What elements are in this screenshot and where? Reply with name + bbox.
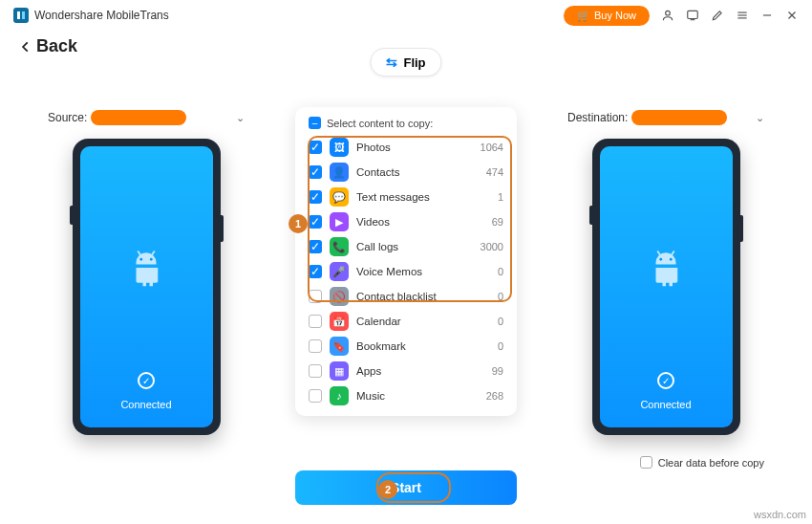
- content-checkbox[interactable]: ✓: [309, 165, 322, 179]
- content-item[interactable]: 📅Calendar0: [309, 309, 511, 334]
- content-item-count: 1064: [481, 142, 511, 153]
- content-type-icon: 🚫: [330, 287, 349, 306]
- flip-button[interactable]: ⇆ Flip: [370, 48, 441, 76]
- content-item-label: Voice Memos: [356, 266, 490, 277]
- source-device-column: Source: ⌄ ✓ Connected: [46, 110, 246, 435]
- watermark: wsxdn.com: [754, 509, 806, 520]
- content-item[interactable]: ♪Music268: [309, 383, 511, 408]
- svg-rect-3: [688, 11, 698, 18]
- checkmark-icon: ✓: [657, 372, 674, 389]
- content-item-label: Bookmark: [356, 340, 490, 352]
- content-item[interactable]: ✓🎤Voice Memos0: [309, 259, 511, 284]
- clear-data-label: Clear data before copy: [658, 457, 764, 469]
- destination-device-name: [631, 110, 727, 125]
- buy-now-label: Buy Now: [594, 10, 636, 21]
- flip-label: Flip: [403, 55, 425, 70]
- content-checkbox[interactable]: [309, 339, 322, 353]
- content-item-label: Text messages: [356, 191, 490, 203]
- content-item[interactable]: 🚫Contact blacklist0: [309, 284, 511, 309]
- content-item[interactable]: 🔖Bookmark0: [309, 334, 511, 359]
- content-item-label: Call logs: [356, 241, 473, 252]
- svg-point-15: [670, 258, 673, 261]
- content-item-label: Contacts: [356, 166, 479, 178]
- cart-icon: 🛒: [577, 10, 590, 22]
- feedback-icon[interactable]: [686, 9, 699, 22]
- source-selector[interactable]: Source: ⌄: [46, 110, 246, 125]
- svg-point-2: [666, 11, 671, 15]
- content-item[interactable]: ✓👤Contacts474: [309, 160, 511, 185]
- content-type-icon: 📅: [330, 312, 349, 331]
- destination-status: Connected: [640, 399, 691, 410]
- content-item-label: Contact blacklist: [356, 291, 490, 302]
- destination-selector[interactable]: Destination: ⌄: [566, 110, 766, 125]
- content-type-icon: 🖼: [330, 138, 349, 157]
- buy-now-button[interactable]: 🛒 Buy Now: [564, 6, 650, 26]
- content-item-label: Apps: [356, 365, 484, 377]
- svg-point-11: [150, 258, 153, 261]
- content-checkbox[interactable]: [309, 364, 322, 378]
- content-item-label: Photos: [356, 142, 473, 153]
- chevron-down-icon: ⌄: [756, 112, 764, 124]
- content-type-icon: 🎤: [330, 262, 349, 281]
- content-item-count: 0: [498, 340, 511, 352]
- content-item-label: Music: [356, 390, 479, 402]
- clear-data-checkbox[interactable]: [640, 456, 652, 469]
- android-icon: [126, 248, 166, 288]
- content-item-count: 474: [486, 166, 511, 178]
- content-item[interactable]: ✓📞Call logs3000: [309, 234, 511, 259]
- content-checkbox[interactable]: [309, 290, 322, 303]
- clear-data-option[interactable]: Clear data before copy: [640, 456, 764, 469]
- minimize-icon[interactable]: [760, 9, 774, 22]
- annotation-badge-2: 2: [378, 480, 397, 499]
- content-checkbox[interactable]: [309, 389, 322, 403]
- content-checkbox[interactable]: [309, 315, 322, 328]
- account-icon[interactable]: [661, 9, 674, 22]
- content-item[interactable]: ✓🖼Photos1064: [309, 135, 511, 160]
- content-item-count: 268: [486, 390, 511, 402]
- content-type-icon: 🔖: [330, 337, 349, 356]
- select-all-checkbox[interactable]: –: [309, 117, 321, 129]
- content-list[interactable]: ✓🖼Photos1064✓👤Contacts474✓💬Text messages…: [295, 135, 517, 408]
- destination-phone: ✓ Connected: [592, 139, 740, 435]
- checkmark-icon: ✓: [138, 372, 155, 389]
- chevron-down-icon: ⌄: [236, 112, 245, 124]
- titlebar: Wondershare MobileTrans 🛒 Buy Now: [0, 0, 812, 31]
- content-item[interactable]: ▦Apps99: [309, 359, 511, 383]
- content-checkbox[interactable]: ✓: [309, 190, 322, 204]
- content-checkbox[interactable]: ✓: [309, 265, 322, 278]
- content-item-count: 99: [492, 365, 511, 377]
- content-item[interactable]: ✓💬Text messages1: [309, 185, 511, 209]
- content-type-icon: ♪: [330, 386, 349, 405]
- content-type-icon: ▶: [330, 212, 349, 231]
- content-type-icon: 📞: [330, 237, 349, 256]
- source-label: Source:: [48, 111, 87, 124]
- source-device-name: [91, 110, 186, 125]
- back-label: Back: [36, 36, 77, 56]
- source-phone: ✓ Connected: [73, 139, 221, 435]
- android-icon: [646, 248, 686, 288]
- content-checkbox[interactable]: ✓: [309, 141, 322, 154]
- source-status: Connected: [120, 399, 171, 410]
- content-item-count: 69: [492, 216, 511, 228]
- edit-icon[interactable]: [711, 9, 724, 22]
- content-item-count: 1: [498, 191, 511, 203]
- content-item-label: Videos: [356, 216, 484, 228]
- content-checkbox[interactable]: ✓: [309, 240, 322, 253]
- content-item-count: 3000: [481, 241, 511, 252]
- content-checkbox[interactable]: ✓: [309, 215, 322, 229]
- start-button[interactable]: Start: [295, 470, 517, 505]
- content-item-label: Calendar: [356, 316, 490, 327]
- back-button[interactable]: Back: [19, 36, 77, 56]
- swap-icon: ⇆: [386, 55, 397, 70]
- svg-point-14: [659, 258, 662, 261]
- content-item-count: 0: [498, 266, 511, 277]
- app-title: Wondershare MobileTrans: [34, 9, 169, 22]
- destination-label: Destination:: [567, 111, 628, 124]
- close-icon[interactable]: [785, 9, 799, 22]
- content-item[interactable]: ✓▶Videos69: [309, 209, 511, 234]
- menu-icon[interactable]: [736, 9, 749, 22]
- content-item-count: 0: [498, 291, 511, 302]
- svg-rect-0: [17, 11, 20, 19]
- content-type-icon: ▦: [330, 361, 349, 381]
- select-all-row[interactable]: – Select content to copy:: [295, 117, 517, 135]
